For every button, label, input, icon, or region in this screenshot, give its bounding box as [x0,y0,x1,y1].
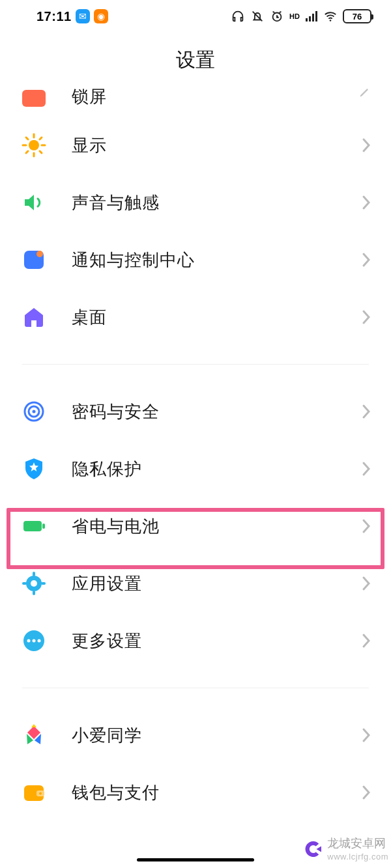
svg-point-35 [39,792,42,795]
chevron-right-icon [361,575,371,592]
headphones-icon [231,9,245,23]
time-label: 17:11 [36,9,72,24]
watermark-url: www.lcjrfg.com [327,851,388,863]
item-lockscreen[interactable]: 锁屏 [16,85,375,117]
battery-value: 76 [353,12,362,21]
divider [22,688,369,688]
svg-line-13 [40,151,42,153]
speaker-icon [20,188,48,217]
svg-point-30 [27,639,31,643]
svg-rect-27 [22,582,27,585]
svg-point-31 [33,639,36,643]
status-left: 17:11 ✉ ◉ [36,9,108,24]
item-notifications[interactable]: 通知与控制中心 [16,231,375,288]
svg-line-14 [40,137,42,139]
settings-list: 锁屏 显示 声音与触感 通知与控制中心 [0,85,391,821]
battery-icon [20,512,48,540]
chevron-right-icon [361,518,371,535]
svg-rect-1 [306,18,308,21]
fingerprint-icon [20,397,48,426]
svg-point-20 [33,410,36,413]
item-label: 通知与控制中心 [48,249,361,272]
item-label: 省电与电池 [48,515,361,538]
item-xiaoai[interactable]: 小爱同学 [16,707,375,764]
item-security[interactable]: 密码与安全 [16,383,375,440]
chevron-right-icon [361,137,371,154]
item-privacy[interactable]: 隐私保护 [16,440,375,497]
item-apps[interactable]: 应用设置 [16,555,375,612]
chevron-right-icon [361,784,371,801]
item-label: 应用设置 [48,572,361,595]
battery-indicator: 76 [343,9,371,23]
svg-point-7 [29,140,39,150]
watermark-name: 龙城安卓网 [327,835,386,851]
chevron-right-icon [361,251,371,268]
more-icon [20,626,48,655]
notif-app-icon-2: ◉ [94,9,108,23]
item-label: 小爱同学 [48,724,361,747]
hd-label: HD [289,12,300,20]
svg-rect-2 [309,16,311,21]
item-label: 桌面 [48,306,361,329]
chevron-right-icon [361,727,371,744]
gear-icon [20,569,48,598]
edit-icon [358,85,371,98]
svg-line-12 [26,137,28,139]
signal-icon [305,10,318,23]
chevron-right-icon [361,194,371,211]
item-label: 密码与安全 [48,400,361,423]
control-center-icon [20,245,48,274]
svg-rect-25 [33,572,35,576]
svg-rect-22 [42,524,45,529]
item-display[interactable]: 显示 [16,117,375,174]
item-label: 钱包与支付 [48,781,361,804]
page-title: 设置 [0,33,391,91]
item-label: 锁屏 [48,85,358,108]
sun-icon [20,131,48,160]
svg-rect-21 [23,521,42,531]
svg-rect-4 [315,11,317,21]
home-icon [20,303,48,331]
item-label: 隐私保护 [48,458,361,481]
item-home[interactable]: 桌面 [16,288,375,346]
home-indicator[interactable] [137,858,254,861]
svg-rect-6 [22,90,46,107]
svg-rect-3 [312,14,314,21]
status-right: HD 76 [231,9,371,23]
item-wallet[interactable]: 钱包与支付 [16,764,375,821]
item-more[interactable]: 更多设置 [16,612,375,669]
status-bar: 17:11 ✉ ◉ HD 76 [0,0,391,33]
svg-rect-26 [33,591,35,595]
watermark: 龙城安卓网 www.lcjrfg.com [304,835,388,863]
item-label: 显示 [48,134,361,157]
wallet-icon [20,778,48,807]
shield-icon [20,455,48,483]
chevron-right-icon [361,309,371,326]
chevron-right-icon [361,632,371,649]
svg-point-17 [36,251,43,257]
item-label: 更多设置 [48,630,361,652]
wifi-icon [323,9,338,23]
divider [22,364,369,365]
svg-point-32 [38,639,41,643]
alarm-icon [270,9,284,23]
item-battery[interactable]: 省电与电池 [16,497,375,555]
notif-app-icon-1: ✉ [76,9,90,23]
item-sound[interactable]: 声音与触感 [16,174,375,231]
svg-marker-36 [317,847,322,852]
svg-line-15 [26,151,28,153]
item-label: 声音与触感 [48,191,361,214]
watermark-logo-icon [304,839,323,859]
chevron-right-icon [361,460,371,477]
svg-point-5 [330,20,332,21]
lockscreen-icon [20,85,48,114]
xiaoai-icon [20,721,48,749]
svg-rect-28 [41,582,46,585]
svg-point-24 [31,580,37,587]
chevron-right-icon [361,403,371,420]
dnd-icon [250,9,265,23]
